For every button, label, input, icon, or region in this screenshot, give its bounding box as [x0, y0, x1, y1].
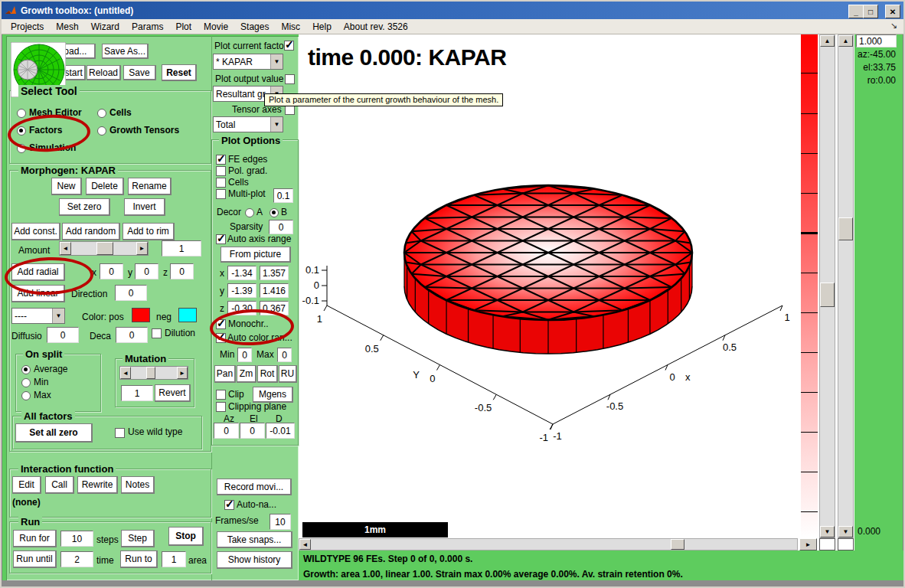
- notes-button[interactable]: Notes: [121, 476, 155, 494]
- menu-misc[interactable]: Misc: [275, 20, 306, 34]
- call-button[interactable]: Call: [45, 476, 74, 494]
- auto-axis-range-label[interactable]: Auto axis range: [227, 234, 291, 244]
- area-field[interactable]: 1: [162, 551, 186, 567]
- rotate-up-button[interactable]: RU: [279, 365, 297, 383]
- axis-y-min-field[interactable]: -1.39: [227, 283, 256, 298]
- vertical-scrollbar-1[interactable]: ▲ ▼: [819, 34, 835, 538]
- split-max-radio[interactable]: [21, 391, 31, 400]
- menu-plot[interactable]: Plot: [169, 20, 198, 34]
- mesh-editor-radio[interactable]: [17, 109, 26, 118]
- edit-button[interactable]: Edit: [12, 476, 41, 494]
- plot-3d-axes[interactable]: 0.10-0.110.50-0.5-1Y-1-0.500.51x: [299, 34, 800, 550]
- scrollbar-up-arrow-icon[interactable]: ▲: [838, 35, 853, 47]
- pol-grad-label[interactable]: Pol. grad.: [228, 165, 267, 176]
- reload-button[interactable]: Reload: [87, 65, 121, 80]
- radial-x-field[interactable]: 0: [100, 263, 123, 279]
- decor-a-radio[interactable]: [245, 208, 254, 217]
- add-random-button[interactable]: Add random: [62, 223, 120, 240]
- d-field[interactable]: -0.01: [266, 423, 295, 439]
- scrollbar-down-arrow-icon[interactable]: ▼: [820, 526, 835, 537]
- clipping-plane-checkbox[interactable]: [216, 402, 226, 412]
- plot-output-value-label[interactable]: Plot output value: [215, 74, 283, 84]
- menu-movie[interactable]: Movie: [198, 20, 234, 34]
- plot-horizontal-scrollbar[interactable]: ◄: [299, 538, 798, 550]
- rename-button[interactable]: Rename: [128, 178, 172, 195]
- chevron-down-icon[interactable]: ▼: [52, 309, 64, 323]
- auto-axis-range-checkbox[interactable]: [216, 234, 226, 244]
- tensor-dropdown[interactable]: Total ▼: [213, 116, 283, 132]
- run-until-button[interactable]: Run until: [13, 550, 57, 568]
- decor-b-label[interactable]: B: [281, 207, 287, 217]
- step-button[interactable]: Step: [121, 530, 155, 547]
- radial-y-field[interactable]: 0: [135, 263, 158, 279]
- slider-right-arrow-icon[interactable]: ►: [136, 242, 148, 255]
- axis-y-max-field[interactable]: 1.416: [260, 283, 289, 298]
- rewrite-button[interactable]: Rewrite: [77, 476, 118, 494]
- scrollbar-left-arrow-icon[interactable]: ◄: [299, 539, 311, 550]
- dilution-checkbox[interactable]: [152, 328, 162, 338]
- menu-stages[interactable]: Stages: [234, 20, 275, 34]
- delete-button[interactable]: Delete: [86, 178, 124, 195]
- vertical-scrollbar-2-thumb[interactable]: [838, 217, 853, 240]
- scrollbar-right-arrow-icon[interactable]: ►: [799, 538, 817, 550]
- decay-field[interactable]: 0: [116, 327, 148, 343]
- radial-z-field[interactable]: 0: [170, 263, 194, 279]
- rotate-button[interactable]: Rot: [257, 365, 278, 383]
- add-const-button[interactable]: Add const.: [11, 223, 60, 240]
- split-min-label[interactable]: Min: [34, 377, 48, 387]
- max-field[interactable]: 0: [277, 348, 292, 362]
- slider-left-arrow-icon[interactable]: ◄: [120, 367, 131, 379]
- el-field[interactable]: 0: [240, 423, 265, 439]
- amount-field[interactable]: 1: [162, 240, 201, 256]
- growth-tensors-label[interactable]: Growth Tensors: [109, 125, 179, 136]
- mutation-slider-thumb[interactable]: [146, 367, 155, 379]
- vertical-scrollbar-2[interactable]: ▲ ▼: [838, 34, 854, 538]
- pol-grad-checkbox[interactable]: [216, 166, 226, 176]
- horizontal-scrollbar-thumb[interactable]: [671, 539, 684, 550]
- menu-wizard[interactable]: Wizard: [85, 20, 126, 34]
- plot-current-factor-checkbox[interactable]: [284, 41, 294, 51]
- multi-plot-checkbox[interactable]: [216, 189, 226, 199]
- menu-mesh[interactable]: Mesh: [50, 20, 84, 34]
- menu-about[interactable]: About rev. 3526: [338, 20, 414, 34]
- sparsity-field[interactable]: 0: [269, 220, 293, 234]
- show-history-button[interactable]: Show history: [217, 551, 292, 569]
- split-max-label[interactable]: Max: [34, 390, 51, 400]
- set-zero-button[interactable]: Set zero: [59, 198, 110, 216]
- use-wild-type-label[interactable]: Use wild type: [128, 426, 182, 437]
- dock-arrow-icon[interactable]: ↘: [890, 21, 897, 31]
- title-bar[interactable]: Growth toolbox: (untitled) _ □ ✕: [2, 2, 903, 19]
- multi-plot-label[interactable]: Multi-plot: [228, 188, 266, 199]
- take-snapshot-button[interactable]: Take snaps...: [217, 531, 292, 548]
- run-to-button[interactable]: Run to: [120, 550, 158, 568]
- factor-dropdown[interactable]: * KAPAR ▼: [213, 54, 283, 70]
- add-to-rim-button[interactable]: Add to rim: [123, 223, 175, 240]
- auto-name-label[interactable]: Auto-na...: [237, 499, 276, 510]
- preset-dropdown[interactable]: ---- ▼: [11, 308, 65, 324]
- menu-help[interactable]: Help: [306, 20, 338, 34]
- decor-a-label[interactable]: A: [256, 207, 263, 217]
- record-movie-button[interactable]: Record movi...: [217, 479, 292, 495]
- diffusion-field[interactable]: 0: [47, 327, 79, 343]
- vertical-scrollbar-1-thumb[interactable]: [820, 283, 835, 307]
- mgens-button[interactable]: Mgens: [253, 387, 293, 403]
- slider-right-arrow-icon[interactable]: ►: [177, 367, 188, 379]
- reset-button[interactable]: Reset: [162, 64, 197, 81]
- growth-tensors-radio[interactable]: [97, 126, 106, 136]
- chevron-down-icon[interactable]: ▼: [270, 54, 283, 69]
- save-button[interactable]: Save: [123, 65, 156, 80]
- save-as-button[interactable]: Save As...: [102, 44, 149, 59]
- scrollbar-down-arrow-icon[interactable]: ▼: [838, 526, 853, 537]
- use-wild-type-checkbox[interactable]: [115, 428, 125, 438]
- maximize-button[interactable]: □: [863, 5, 878, 18]
- dilution-label[interactable]: Dilution: [165, 328, 195, 338]
- split-average-radio[interactable]: [21, 365, 31, 374]
- decor-b-radio[interactable]: [270, 208, 279, 217]
- menu-projects[interactable]: Projects: [5, 20, 50, 34]
- neg-color-swatch[interactable]: [178, 308, 197, 322]
- az-field[interactable]: 0: [214, 423, 239, 439]
- colorbar-max-field[interactable]: 1.000: [856, 34, 897, 47]
- run-for-button[interactable]: Run for: [13, 530, 57, 547]
- mutation-slider[interactable]: ◄ ►: [119, 366, 188, 380]
- cells-label[interactable]: Cells: [109, 107, 132, 118]
